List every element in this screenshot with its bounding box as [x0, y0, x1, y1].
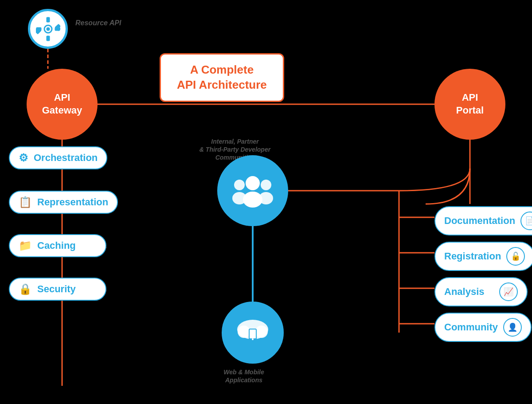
orchestration-icon: ⚙ — [19, 152, 28, 164]
svg-point-27 — [246, 176, 260, 190]
community-right-icon: 👤 — [503, 318, 522, 337]
svg-point-38 — [252, 338, 254, 340]
mobile-label: Web & MobileApplications — [200, 368, 288, 384]
community-right-label: Community — [444, 322, 498, 333]
registration-icon: 🔓 — [506, 247, 525, 266]
svg-rect-18 — [46, 35, 50, 41]
title-line2: API Architecture — [177, 78, 267, 91]
orchestration-label: Orchestration — [34, 152, 98, 164]
resource-api-label: Resource API — [75, 19, 121, 28]
mobile-node — [222, 302, 284, 364]
documentation-label: Documentation — [444, 215, 515, 227]
svg-point-32 — [259, 192, 273, 204]
registration-label: Registration — [444, 251, 501, 262]
svg-point-26 — [46, 27, 50, 31]
representation-icon: 📋 — [19, 196, 32, 208]
api-portal-label: APIPortal — [456, 91, 484, 117]
cloud-mobile-icon — [233, 316, 273, 349]
right-item-documentation: Documentation 📄 — [434, 206, 532, 235]
representation-label: Representation — [37, 196, 108, 208]
api-gateway-node: APIGateway — [27, 69, 98, 140]
caching-label: Caching — [37, 240, 76, 251]
svg-point-31 — [261, 180, 271, 190]
analysis-icon: 📈 — [499, 282, 518, 301]
svg-point-29 — [234, 180, 245, 190]
resource-api-node — [28, 9, 68, 49]
api-portal-node: APIPortal — [434, 69, 505, 140]
right-item-analysis: Analysis 📈 — [434, 277, 528, 306]
api-gateway-label: APIGateway — [42, 91, 82, 117]
left-item-caching: 📁 Caching — [9, 234, 106, 257]
people-icon — [231, 171, 275, 211]
caching-icon: 📁 — [19, 239, 32, 252]
community-node — [217, 155, 288, 226]
left-item-representation: 📋 Representation — [9, 191, 118, 214]
svg-point-34 — [238, 326, 250, 338]
svg-rect-17 — [46, 17, 50, 22]
left-item-orchestration: ⚙ Orchestration — [9, 146, 107, 169]
gear-icon — [36, 17, 60, 41]
title-box: A Complete API Architecture — [160, 53, 284, 102]
left-item-security: 🔒 Security — [9, 278, 106, 301]
right-item-community: Community 👤 — [434, 313, 532, 342]
security-icon: 🔒 — [19, 283, 32, 295]
documentation-icon: 📄 — [520, 212, 532, 230]
right-item-registration: Registration 🔓 — [434, 242, 532, 271]
diagram: Resource API APIGateway APIPortal A Comp… — [0, 0, 532, 404]
title-line1: A Complete — [190, 63, 254, 76]
analysis-label: Analysis — [444, 286, 485, 298]
svg-point-35 — [255, 326, 268, 338]
security-label: Security — [37, 283, 76, 295]
svg-point-30 — [232, 192, 246, 204]
svg-rect-37 — [250, 329, 256, 338]
